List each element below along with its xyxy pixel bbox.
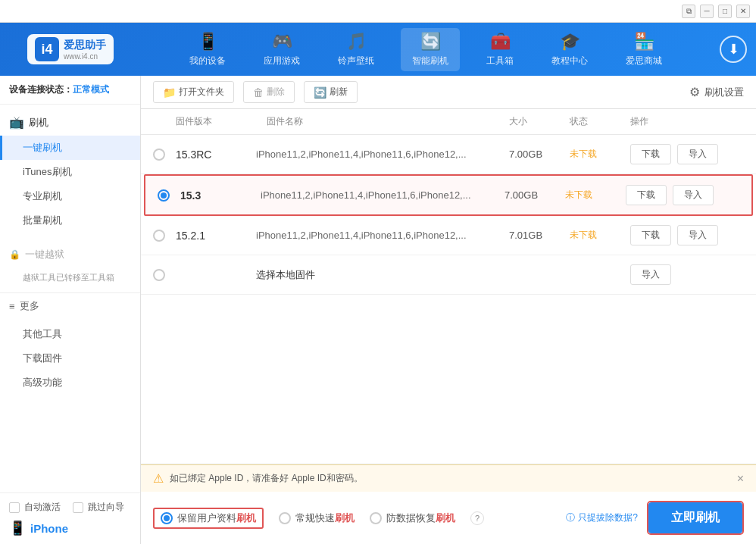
jailbreak-label: 一键越狱 <box>25 248 64 261</box>
radio-153[interactable] <box>158 189 170 202</box>
refresh-button[interactable]: 🔄 刷新 <box>304 81 358 103</box>
nav-smart-flash[interactable]: 🔄 智能刷机 <box>401 28 460 71</box>
download-button[interactable]: ⬇ <box>720 36 747 63</box>
maximize-btn[interactable]: □ <box>718 5 732 18</box>
radio-col-local <box>153 269 176 281</box>
apps-games-label: 应用游戏 <box>264 55 300 67</box>
nav-my-device[interactable]: 📱 我的设备 <box>178 28 237 71</box>
apps-games-icon: 🎮 <box>272 32 292 52</box>
sidebar-item-pro-flash[interactable]: 专业刷机 <box>0 184 140 208</box>
radio-1521[interactable] <box>153 230 165 242</box>
delete-label: 删除 <box>267 86 285 98</box>
sidebar-item-itunes-flash[interactable]: iTunes刷机 <box>0 160 140 184</box>
aissi-store-label: 爱思商城 <box>626 55 662 67</box>
toolbar-left: 📁 打开文件夹 🗑 删除 🔄 刷新 <box>153 81 358 103</box>
firmware-row-153: 15.3 iPhone11,2,iPhone11,4,iPhone11,6,iP… <box>145 176 751 214</box>
open-folder-button[interactable]: 📁 打开文件夹 <box>153 81 234 103</box>
help-option[interactable]: ? <box>470 511 484 525</box>
info-icon: ⓘ <box>566 511 575 524</box>
import-btn-153[interactable]: 导入 <box>673 185 714 205</box>
import-btn-1521[interactable]: 导入 <box>677 225 718 245</box>
import-btn-local[interactable]: 导入 <box>630 264 671 285</box>
normal-fast-radio[interactable] <box>279 512 291 524</box>
restore-btn[interactable]: ⧉ <box>682 5 695 18</box>
prevent-recovery-option[interactable]: 防数据恢复刷机 <box>370 511 455 525</box>
title-bar: ⧉ ─ □ ✕ <box>0 0 756 23</box>
status-1521: 未下载 <box>570 229 630 242</box>
radio-col-153rc <box>153 149 176 161</box>
nav-tutorials[interactable]: 🎓 教程中心 <box>540 28 599 71</box>
more-label: 更多 <box>20 299 39 313</box>
import-btn-153rc[interactable]: 导入 <box>677 144 718 164</box>
nav-toolbox[interactable]: 🧰 工具箱 <box>475 28 525 71</box>
status-153rc: 未下载 <box>570 148 630 161</box>
flash-now-button[interactable]: 立即刷机 <box>648 502 742 533</box>
sidebar-more-header[interactable]: ≡ 更多 <box>0 292 140 319</box>
flash-settings-button[interactable]: ⚙ 刷机设置 <box>689 85 744 99</box>
recover-link[interactable]: ⓘ 只提拔除数据? <box>566 511 638 524</box>
auto-activate-checkbox[interactable] <box>9 502 20 513</box>
actions-153rc: 下载 导入 <box>630 144 744 164</box>
flash-now-wrapper: 立即刷机 <box>647 501 744 535</box>
size-153rc: 7.00GB <box>509 149 570 160</box>
sidebar: 设备连接状态：正常模式 📺 刷机 一键刷机 iTunes刷机 专业刷机 批量刷机… <box>0 76 141 544</box>
ringtones-label: 铃声壁纸 <box>338 55 374 67</box>
notice-text: 如已绑定 Apple ID，请准备好 Apple ID和密码。 <box>170 472 363 485</box>
other-tools-label: 其他工具 <box>23 328 62 339</box>
firmware-row-153rc: 15.3RC iPhone11,2,iPhone11,4,iPhone11,6,… <box>141 135 756 174</box>
sidebar-flash-header[interactable]: 📺 刷机 <box>0 109 140 136</box>
sidebar-item-batch-flash[interactable]: 批量刷机 <box>0 208 140 233</box>
notice-close-button[interactable]: × <box>737 472 744 486</box>
prevent-recovery-label: 防数据恢复刷机 <box>386 511 455 525</box>
col-version-header: 固件版本 <box>176 115 267 128</box>
delete-icon: 🗑 <box>253 86 264 98</box>
sidebar-item-other-tools[interactable]: 其他工具 <box>0 322 140 346</box>
name-153: iPhone11,2,iPhone11,4,iPhone11,6,iPhone1… <box>261 189 505 201</box>
nav-ringtones[interactable]: 🎵 铃声壁纸 <box>326 28 386 71</box>
prevent-recovery-radio[interactable] <box>370 512 382 524</box>
close-btn[interactable]: ✕ <box>736 5 750 18</box>
col-status-header: 状态 <box>570 115 630 128</box>
normal-fast-option[interactable]: 常规快速刷机 <box>279 511 355 525</box>
col-action-header: 操作 <box>630 115 744 128</box>
sidebar-item-one-key-flash[interactable]: 一键刷机 <box>0 136 140 160</box>
bottom-panel: ⚠ 如已绑定 Apple ID，请准备好 Apple ID和密码。 × 保留用户… <box>141 464 756 544</box>
notice-icon: ⚠ <box>153 471 164 486</box>
nav-apps-games[interactable]: 🎮 应用游戏 <box>252 28 311 71</box>
jailbreak-note: 越狱工具已转移至工具箱 <box>0 267 140 288</box>
toolbox-label: 工具箱 <box>486 55 514 67</box>
app-url: www.i4.cn <box>64 52 106 61</box>
refresh-icon: 🔄 <box>314 86 326 98</box>
download-btn-153[interactable]: 下载 <box>626 185 667 205</box>
selected-row-wrapper: 15.3 iPhone11,2,iPhone11,4,iPhone11,6,iP… <box>144 174 753 216</box>
header: i4 爱思助手 www.i4.cn 📱 我的设备 🎮 应用游戏 🎵 铃声壁纸 🔄… <box>0 23 756 76</box>
delete-button[interactable]: 🗑 删除 <box>243 81 295 103</box>
sidebar-jailbreak-header[interactable]: 🔒 一键越狱 <box>0 242 140 267</box>
tutorials-label: 教程中心 <box>551 55 588 67</box>
version-153: 15.3 <box>180 189 261 202</box>
nav-aissi-store[interactable]: 🏪 爱思商城 <box>614 28 673 71</box>
sidebar-item-download-firmware[interactable]: 下载固件 <box>0 346 140 370</box>
ringtones-icon: 🎵 <box>346 32 367 52</box>
advanced-label: 高级功能 <box>23 377 62 388</box>
tutorials-icon: 🎓 <box>560 32 580 52</box>
device-status-value: 正常模式 <box>73 84 109 95</box>
download-firmware-label: 下载固件 <box>23 352 62 364</box>
content-toolbar: 📁 打开文件夹 🗑 删除 🔄 刷新 ⚙ 刷机设置 <box>141 76 756 109</box>
toolbox-icon: 🧰 <box>490 32 511 52</box>
sidebar-item-advanced[interactable]: 高级功能 <box>0 370 140 395</box>
keep-data-radio[interactable] <box>161 512 173 524</box>
device-label[interactable]: 📱 iPhone <box>9 520 131 536</box>
col-size-header: 大小 <box>509 115 570 128</box>
minimize-btn[interactable]: ─ <box>700 5 714 18</box>
skip-wizard-checkbox[interactable] <box>73 502 83 513</box>
download-btn-153rc[interactable]: 下载 <box>630 144 671 164</box>
gear-icon: ⚙ <box>689 85 700 99</box>
notice-bar: ⚠ 如已绑定 Apple ID，请准备好 Apple ID和密码。 × <box>141 464 756 492</box>
nav-items: 📱 我的设备 🎮 应用游戏 🎵 铃声壁纸 🔄 智能刷机 🧰 工具箱 🎓 教程中心… <box>141 28 711 71</box>
my-device-label: 我的设备 <box>189 55 226 67</box>
radio-153rc[interactable] <box>153 149 165 161</box>
radio-local[interactable] <box>153 269 165 281</box>
download-btn-1521[interactable]: 下载 <box>630 225 671 245</box>
one-key-flash-label: 一键刷机 <box>23 142 62 153</box>
